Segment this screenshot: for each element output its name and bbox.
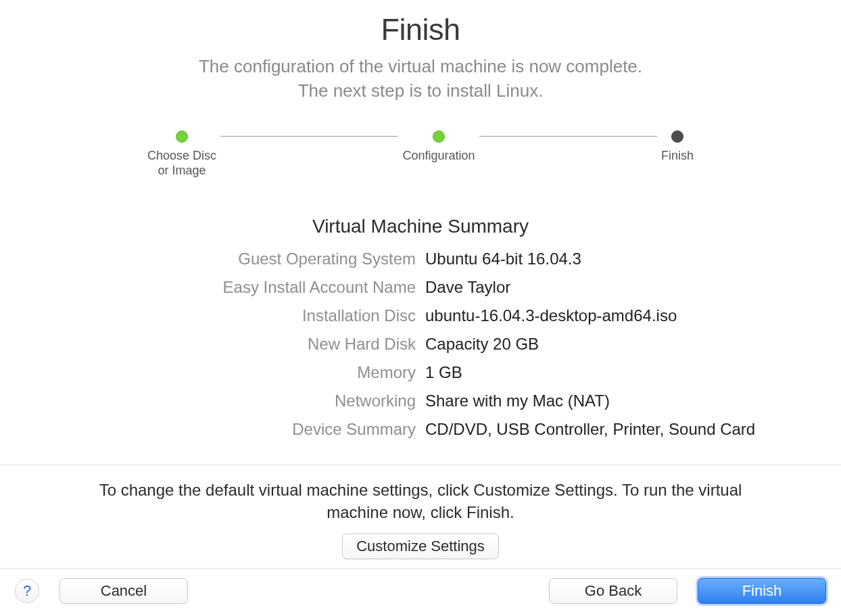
subtitle-line-1: The configuration of the virtual machine…: [0, 54, 841, 78]
summary-value: Share with my Mac (NAT): [425, 392, 814, 410]
step-dot-icon: [671, 131, 683, 143]
vm-summary: Virtual Machine Summary Guest Operating …: [0, 216, 841, 439]
summary-value: Dave Taylor: [425, 278, 814, 297]
page-subtitle: The configuration of the virtual machine…: [0, 54, 841, 103]
stepper: Choose Disc or Image Configuration Finis…: [143, 131, 698, 179]
step-label: Finish: [657, 148, 698, 164]
finish-button[interactable]: Finish: [698, 578, 826, 604]
subtitle-line-2: The next step is to install Linux.: [0, 78, 841, 103]
summary-label: Device Summary: [27, 420, 416, 439]
cancel-button[interactable]: Cancel: [59, 578, 188, 604]
divider: [0, 465, 841, 465]
stepper-step-finish: Finish: [657, 131, 698, 179]
step-label: Configuration: [398, 148, 479, 164]
help-icon: ?: [23, 582, 31, 600]
step-dot-icon: [176, 131, 188, 143]
summary-value: Ubuntu 64-bit 16.04.3: [425, 250, 814, 268]
page-title: Finish: [0, 12, 841, 47]
summary-value: ubuntu-16.04.3-desktop-amd64.iso: [425, 306, 814, 325]
help-button[interactable]: ?: [15, 579, 39, 603]
summary-value: 1 GB: [425, 363, 814, 382]
stepper-step-configuration: Configuration: [398, 131, 479, 179]
summary-title: Virtual Machine Summary: [0, 216, 841, 237]
summary-label: Installation Disc: [27, 306, 416, 325]
summary-label: Guest Operating System: [27, 250, 416, 268]
summary-label: Networking: [27, 392, 416, 410]
summary-table: Guest Operating System Ubuntu 64-bit 16.…: [0, 250, 841, 439]
stepper-step-choose-disc: Choose Disc or Image: [143, 131, 220, 179]
go-back-button[interactable]: Go Back: [549, 578, 677, 604]
summary-value: CD/DVD, USB Controller, Printer, Sound C…: [425, 420, 814, 439]
summary-label: Memory: [27, 363, 416, 382]
step-dot-icon: [433, 131, 445, 143]
summary-value: Capacity 20 GB: [425, 335, 814, 354]
step-label: Choose Disc or Image: [143, 148, 220, 179]
customize-settings-button[interactable]: Customize Settings: [342, 534, 499, 559]
summary-label: New Hard Disk: [27, 335, 416, 354]
summary-label: Easy Install Account Name: [27, 278, 416, 297]
footer-bar: ? Cancel Go Back Finish: [0, 568, 841, 616]
hint-text: To change the default virtual machine se…: [0, 479, 841, 524]
